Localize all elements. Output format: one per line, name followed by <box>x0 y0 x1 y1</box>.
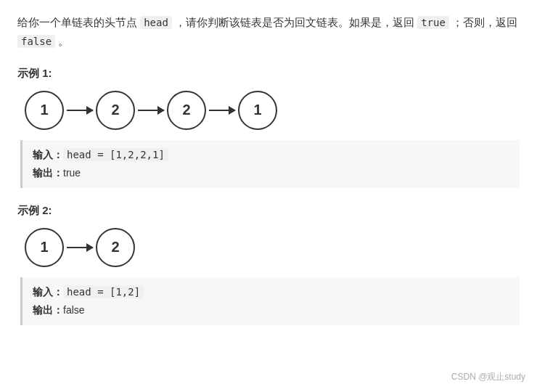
example1-output-label: 输出： <box>33 167 63 179</box>
desc-code-false: false <box>17 35 55 48</box>
watermark: CSDN @观止study <box>451 371 525 383</box>
example2-io: 输入：head = [1,2] 输出：false <box>20 277 520 325</box>
node-2b: 2 <box>167 91 206 130</box>
node-1c: 1 <box>25 228 64 267</box>
node-1a: 1 <box>25 91 64 130</box>
example2-title: 示例 2: <box>17 204 520 218</box>
node-2c: 2 <box>96 228 135 267</box>
arrow-4 <box>67 247 93 248</box>
example2-input-value: head = [1,2] <box>63 285 144 298</box>
description: 给你一个单链表的头节点 head ，请你判断该链表是否为回文链表。如果是，返回 … <box>17 13 520 51</box>
desc-code-true: true <box>417 16 449 29</box>
arrow-2 <box>138 110 164 111</box>
arrow-1 <box>67 110 93 111</box>
example2-output-label: 输出： <box>33 304 63 316</box>
example2-diagram: 1 2 <box>25 228 520 267</box>
node-2a: 2 <box>96 91 135 130</box>
desc-text-after2: 。 <box>55 35 69 47</box>
example1-block: 示例 1: 1 2 2 1 输入：head = [1,2,2,1] 输出：tru… <box>17 67 520 188</box>
example1-input-line: 输入：head = [1,2,2,1] <box>33 146 509 164</box>
example2-block: 示例 2: 1 2 输入：head = [1,2] 输出：false <box>17 204 520 325</box>
arrow-line-3 <box>209 110 235 111</box>
desc-text-middle: ，请你判断该链表是否为回文链表。如果是，返回 <box>172 16 417 28</box>
example2-input-label: 输入： <box>33 286 63 298</box>
arrow-3 <box>209 110 235 111</box>
example1-diagram: 1 2 2 1 <box>25 91 520 130</box>
example2-output-line: 输出：false <box>33 301 509 319</box>
desc-text-after1: ；否则，返回 <box>449 16 517 28</box>
arrow-line-1 <box>67 110 93 111</box>
node-1b: 1 <box>238 91 277 130</box>
example1-io: 输入：head = [1,2,2,1] 输出：true <box>20 140 520 188</box>
example2-input-line: 输入：head = [1,2] <box>33 283 509 301</box>
example1-output-value: true <box>63 167 81 179</box>
desc-code-head: head <box>140 16 172 29</box>
example1-title: 示例 1: <box>17 67 520 81</box>
desc-text-before: 给你一个单链表的头节点 <box>17 16 140 28</box>
arrow-line-4 <box>67 247 93 248</box>
arrow-line-2 <box>138 110 164 111</box>
example1-input-value: head = [1,2,2,1] <box>63 148 168 161</box>
example1-output-line: 输出：true <box>33 164 509 182</box>
example1-input-label: 输入： <box>33 149 63 160</box>
example2-output-value: false <box>63 304 85 316</box>
